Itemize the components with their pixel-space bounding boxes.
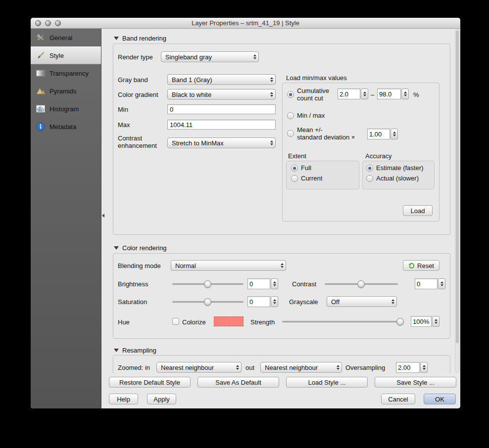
strength-slider[interactable] [282, 318, 404, 325]
grayscale-value: Off [331, 298, 340, 306]
saturation-slider[interactable] [172, 298, 244, 306]
cumulative-min-spin[interactable] [338, 89, 368, 99]
load-style-button[interactable]: Load Style ... [286, 377, 368, 388]
reset-icon [408, 263, 415, 269]
slider-thumb[interactable] [204, 280, 211, 288]
tools-icon [36, 33, 46, 43]
saturation-label: Saturation [118, 298, 147, 306]
contrast-slider[interactable] [325, 280, 398, 288]
strength-spin[interactable] [411, 316, 440, 327]
zoomed-in-select[interactable]: Nearest neighbour [156, 362, 242, 373]
stepper-icon[interactable] [438, 278, 445, 289]
slider-thumb[interactable] [204, 298, 211, 306]
sidebar-item-pyramids[interactable]: Pyramids [31, 82, 101, 100]
extent-current-radio[interactable]: Current [291, 175, 322, 182]
radio-icon[interactable] [287, 91, 294, 98]
color-rendering-header[interactable]: Color rendering [114, 244, 167, 252]
strength-input[interactable] [411, 316, 432, 327]
slider-thumb[interactable] [396, 318, 404, 325]
cumulative-max-input[interactable] [377, 89, 401, 99]
collapse-triangle-icon[interactable] [114, 37, 119, 40]
apply-button[interactable]: Apply [147, 394, 176, 404]
stepper-icon[interactable] [401, 89, 409, 99]
save-style-button[interactable]: Save Style ... [375, 377, 456, 388]
sidebar-item-general[interactable]: General [31, 29, 101, 46]
oversampling-input[interactable] [396, 362, 420, 373]
colorize-checkbox[interactable] [172, 318, 179, 325]
radio-icon[interactable] [366, 165, 373, 172]
stddev-input[interactable] [367, 129, 390, 139]
contrast-spin[interactable] [415, 278, 445, 289]
contrast-enhancement-select[interactable]: Stretch to MinMax [167, 137, 276, 148]
brightness-spin[interactable] [247, 278, 278, 289]
save-as-default-button[interactable]: Save As Default [197, 377, 279, 388]
stepper-icon[interactable] [271, 296, 278, 307]
colorize-color-swatch[interactable] [214, 316, 244, 326]
extent-current-label: Current [301, 175, 322, 182]
reset-button[interactable]: Reset [403, 260, 440, 271]
render-type-label: Render type [118, 53, 153, 61]
sidebar-item-transparency[interactable]: Transparency [31, 64, 101, 82]
style-scroll-area[interactable]: Band rendering Render type Singleband gr… [101, 29, 460, 373]
cumulative-min-input[interactable] [338, 89, 360, 99]
help-button[interactable]: Help [109, 394, 138, 404]
resampling-header[interactable]: Resampling [114, 347, 156, 354]
color-gradient-select[interactable]: Black to white [167, 89, 276, 100]
radio-icon[interactable] [287, 130, 294, 137]
zoomed-out-select[interactable]: Nearest neighbour [260, 362, 342, 373]
brightness-slider[interactable] [172, 280, 244, 288]
max-label: Max [118, 121, 130, 129]
accuracy-actual-radio[interactable]: Actual (slower) [366, 175, 419, 182]
cancel-button[interactable]: Cancel [381, 394, 415, 404]
radio-icon[interactable] [291, 175, 298, 182]
brightness-input[interactable] [247, 278, 270, 289]
min-input[interactable] [167, 104, 276, 114]
radio-icon[interactable] [287, 112, 294, 119]
stepper-icon[interactable] [420, 362, 428, 373]
mean-stddev-radio[interactable]: Mean +/- standard deviation × [287, 126, 355, 141]
sidebar-item-metadata[interactable]: Metadata [31, 118, 101, 135]
scrollbar-thumb[interactable] [456, 31, 459, 343]
stepper-icon[interactable] [432, 316, 440, 327]
zoomed-out-value: Nearest neighbour [265, 364, 318, 371]
gray-band-select[interactable]: Band 1 (Gray) [167, 74, 276, 85]
stepper-icon[interactable] [271, 278, 278, 289]
blending-mode-value: Normal [175, 262, 196, 269]
restore-default-style-button[interactable]: Restore Default Style [109, 377, 191, 388]
collapse-triangle-icon[interactable] [114, 349, 119, 352]
titlebar[interactable]: Layer Properties – srtm_41_19 | Style [31, 18, 460, 29]
render-type-select[interactable]: Singleband gray [161, 51, 259, 62]
oversampling-spin[interactable] [396, 362, 428, 373]
extent-full-radio[interactable]: Full [291, 164, 311, 172]
grayscale-select[interactable]: Off [327, 296, 397, 307]
slider-thumb[interactable] [357, 280, 365, 288]
slider-track [282, 321, 404, 322]
collapse-triangle-icon[interactable] [114, 246, 119, 250]
radio-icon[interactable] [291, 165, 298, 172]
radio-icon[interactable] [366, 175, 373, 182]
ok-button[interactable]: OK [424, 394, 456, 404]
stddev-spin[interactable] [367, 129, 398, 139]
saturation-input[interactable] [247, 296, 270, 307]
band-rendering-header[interactable]: Band rendering [114, 35, 166, 42]
accuracy-estimate-label: Estimate (faster) [376, 164, 423, 172]
vertical-scrollbar[interactable] [455, 29, 460, 373]
max-input[interactable] [167, 120, 276, 130]
accuracy-estimate-radio[interactable]: Estimate (faster) [366, 164, 423, 172]
stepper-icon[interactable] [361, 89, 368, 99]
sidebar-item-label: General [49, 34, 72, 42]
cumulative-max-spin[interactable] [377, 89, 409, 99]
saturation-spin[interactable] [247, 296, 278, 307]
blending-mode-select[interactable]: Normal [171, 260, 286, 271]
sidebar-item-histogram[interactable]: Histogram [31, 100, 101, 118]
sidebar-item-label: Metadata [49, 123, 76, 131]
sidebar: General Style Transpa [31, 29, 101, 408]
sidebar-item-label: Transparency [49, 70, 89, 77]
min-max-radio[interactable]: Min / max [287, 112, 325, 119]
cumulative-count-cut-radio[interactable]: Cumulative count cut [287, 87, 329, 102]
contrast-input[interactable] [415, 278, 438, 289]
load-button[interactable]: Load [403, 205, 433, 216]
stepper-icon[interactable] [391, 129, 398, 139]
sidebar-item-style[interactable]: Style [31, 46, 101, 64]
zoomed-in-value: Nearest neighbour [161, 364, 214, 371]
